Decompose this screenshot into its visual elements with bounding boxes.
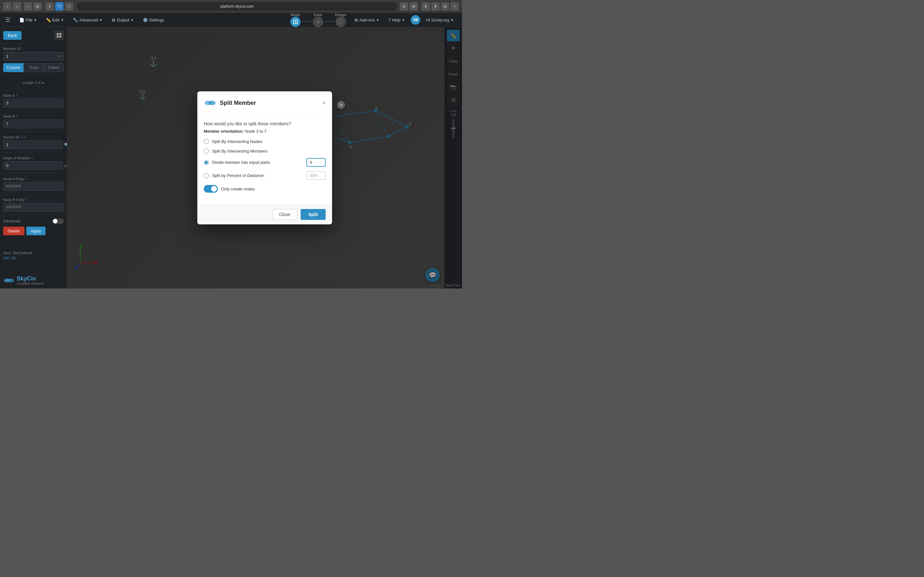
custom-type-button[interactable]: Custom <box>3 63 23 72</box>
design-pill[interactable]: Design <box>335 13 346 27</box>
delete-button[interactable]: Delete <box>3 227 24 235</box>
length-section: Length: 0.4 m <box>0 76 67 90</box>
modal-close-button[interactable]: × <box>322 100 326 106</box>
addons-icon: ⊞ <box>355 18 358 23</box>
shield-icon: ℹ <box>45 2 54 11</box>
reload-icon[interactable]: ↺ <box>400 2 408 11</box>
node-b-input[interactable] <box>3 119 64 128</box>
security-icon: 🛡 <box>55 2 63 11</box>
node-a-fixity-label: Node A Fixity ℹ <box>3 177 64 181</box>
node-b-info-icon[interactable]: ℹ <box>16 114 18 118</box>
extension-icon: 🛡 <box>65 2 73 11</box>
file-menu[interactable]: 📄 File ▼ <box>15 16 41 24</box>
close-modal-button[interactable]: Close <box>272 209 297 220</box>
modal-backdrop-close: × <box>337 101 345 109</box>
percent-distance-input[interactable] <box>306 171 326 180</box>
advanced-menu[interactable]: 🔧 Advanced ▼ <box>69 16 106 24</box>
output-icon: 🖥 <box>111 18 115 23</box>
addons-chevron-icon: ▼ <box>376 18 379 22</box>
back-button[interactable]: ‹ <box>3 2 11 11</box>
section-search-icon[interactable]: 🔍 <box>64 143 67 147</box>
modal-outside-close-button[interactable]: × <box>337 101 345 109</box>
share-icon[interactable]: ⬆ <box>431 2 439 11</box>
node-a-label: Node A ℹ <box>3 93 64 97</box>
apply-button[interactable]: Apply <box>26 227 46 235</box>
user-chevron-icon: ▼ <box>451 18 454 22</box>
add-tab-icon[interactable]: + <box>451 2 459 11</box>
modal-question: How would you like to split these member… <box>204 121 326 126</box>
split-intersecting-nodes-radio[interactable] <box>204 139 209 144</box>
split-button[interactable]: Split <box>300 209 326 220</box>
advanced-toggle[interactable] <box>52 218 64 224</box>
node-b-fixity-info-icon[interactable]: ℹ <box>25 197 27 201</box>
section-id-info-icon[interactable]: ℹ <box>24 135 25 139</box>
solve-pill[interactable]: Solve <box>313 13 323 27</box>
settings-nav-icon: ⚙️ <box>143 18 148 23</box>
canvas-background[interactable]: S 1 ⚓ S 3 ⚓ <box>67 27 462 288</box>
node-a-info-icon[interactable]: ℹ <box>16 93 17 97</box>
edit-icon: ✏️ <box>46 18 51 23</box>
model-pill[interactable]: Model <box>290 13 300 27</box>
angle-label: Angle of Rotation ℹ <box>3 156 64 160</box>
split-percent-radio[interactable] <box>204 173 209 178</box>
browser-icons: — ⧉ <box>24 2 42 11</box>
edit-chevron-icon: ▼ <box>61 18 64 22</box>
svg-point-11 <box>8 279 14 282</box>
frame-type-button[interactable]: Frame <box>44 63 64 72</box>
section-id-input[interactable] <box>3 140 63 149</box>
forward-button[interactable]: › <box>13 2 21 11</box>
modal-header: Split Member × <box>197 91 332 115</box>
settings-icon[interactable]: ⚙ <box>409 2 418 11</box>
create-nodes-toggle[interactable] <box>204 185 218 193</box>
action-buttons: Delete Apply <box>3 227 64 235</box>
advanced-section: Advanced Delete Apply <box>0 215 67 239</box>
section-input-row: 🔍 <box>3 140 64 149</box>
node-a-section: Node A ℹ <box>0 90 67 111</box>
angle-info-icon[interactable]: ℹ <box>31 156 33 160</box>
add-section-icon[interactable]: + <box>21 135 23 139</box>
member-id-chevron-icon: ▼ <box>58 55 61 58</box>
sw-status: SW: ON <box>3 256 64 260</box>
svg-rect-7 <box>59 33 61 35</box>
window-tile-icon[interactable]: ⧉ <box>33 2 42 11</box>
svg-rect-6 <box>57 33 59 35</box>
member-type-buttons: Custom Truss Frame <box>3 63 64 72</box>
url-bar[interactable] <box>77 2 397 11</box>
user-menu[interactable]: Hi Scioly.org ▼ <box>423 16 457 24</box>
node-a-fixity-info-icon[interactable]: ℹ <box>25 177 26 181</box>
section-id-label: Section ID + ℹ <box>3 135 64 139</box>
svg-point-41 <box>208 101 216 105</box>
modal-body: How would you like to split these member… <box>197 115 332 204</box>
help-menu[interactable]: ? Help ▼ <box>385 16 408 24</box>
edit-menu[interactable]: ✏️ Edit ▼ <box>42 16 68 24</box>
nav-connector-2 <box>325 21 334 22</box>
window-minimize-icon[interactable]: — <box>24 2 32 11</box>
fullscreen-icon[interactable]: ⧉ <box>441 2 449 11</box>
hamburger-menu[interactable]: ☰ <box>5 16 10 23</box>
equal-parts-input[interactable] <box>306 158 326 167</box>
truss-type-button[interactable]: Truss <box>23 63 44 72</box>
modal-footer: Close Split <box>197 204 332 224</box>
member-id-input[interactable]: 1 ▼ <box>3 52 64 61</box>
node-a-input[interactable] <box>3 99 64 107</box>
angle-input[interactable] <box>3 161 63 170</box>
node-a-fixity-input[interactable] <box>3 182 64 191</box>
advanced-header: Advanced <box>3 218 64 224</box>
skyciv-logo-icon <box>3 276 15 285</box>
download-icon[interactable]: ⬇ <box>422 2 430 11</box>
node-b-fixity-input[interactable] <box>3 203 64 211</box>
modal-logo-icon <box>204 97 216 109</box>
sidebar: Back Member ID 1 ▼ Custom Truss Frame Le… <box>0 27 67 288</box>
settings-menu[interactable]: ⚙️ Settings <box>139 16 168 24</box>
user-avatar[interactable]: SB <box>411 15 420 25</box>
split-intersecting-members-radio[interactable] <box>204 148 209 153</box>
member-id-section: Member ID 1 ▼ Custom Truss Frame <box>0 44 67 76</box>
addons-menu[interactable]: ⊞ Add-ons ▼ <box>351 16 383 24</box>
member-id-label: Member ID <box>3 47 64 51</box>
output-menu[interactable]: 🖥 Output ▼ <box>107 16 137 24</box>
back-button[interactable]: Back <box>3 31 21 40</box>
divide-equal-parts-radio[interactable] <box>204 160 209 165</box>
length-display: Length: 0.4 m <box>3 81 64 85</box>
node-b-section: Node B ℹ <box>0 111 67 132</box>
grid-view-button[interactable] <box>54 31 64 40</box>
